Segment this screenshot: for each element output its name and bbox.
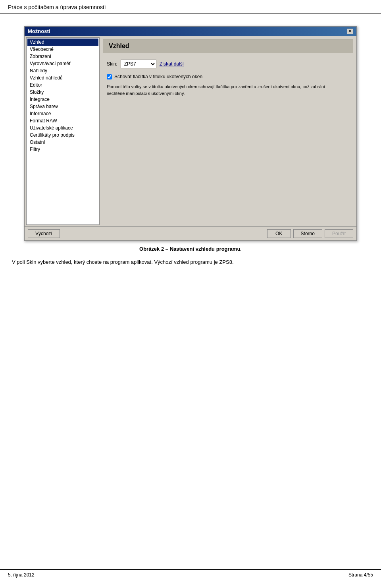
checkbox-row: Schovat tlačítka v titulku ukotvených ok… — [107, 74, 349, 79]
hide-buttons-checkbox[interactable] — [107, 74, 112, 79]
footer-date: 5. října 2012 — [8, 572, 35, 578]
dialog-screenshot: Možnosti × Vzhled Všeobecné Zobrazení Vy… — [24, 26, 357, 241]
page-header-title: Práce s počítačem a úprava písemností — [8, 4, 106, 10]
sidebar-item-vyrovnavaci-pamet[interactable]: Vyrovnávací paměť — [27, 60, 98, 67]
footer-left: Výchozí — [28, 229, 60, 238]
skin-label: Skin: — [107, 61, 117, 67]
footer-page: Strana 4/55 — [348, 572, 373, 578]
content-area: Možnosti × Vzhled Všeobecné Zobrazení Vy… — [0, 14, 381, 279]
body-text: V poli Skin vyberte vzhled, který chcete… — [12, 258, 369, 267]
sidebar-item-filtry[interactable]: Filtry — [27, 146, 98, 153]
skin-select[interactable]: ZPS7 ZPS8 — [121, 60, 156, 68]
cancel-button[interactable]: Storno — [293, 229, 322, 238]
skin-row: Skin: ZPS7 ZPS8 Získat další — [107, 60, 349, 68]
sidebar-item-nahledy[interactable]: Náhledy — [27, 67, 98, 74]
sidebar-item-zobrazeni[interactable]: Zobrazení — [27, 53, 98, 60]
sidebar-item-sprava-barev[interactable]: Správa barev — [27, 103, 98, 110]
dialog-main-panel: Vzhled Skin: ZPS7 ZPS8 Získat další — [101, 37, 355, 225]
page-header: Práce s počítačem a úprava písemností — [0, 0, 381, 14]
figure-caption: Obrázek 2 – Nastavení vzhledu programu. — [12, 246, 369, 252]
sidebar-item-vzhled[interactable]: Vzhled — [27, 39, 98, 46]
dialog-close-button[interactable]: × — [347, 29, 353, 34]
sidebar-item-vzhled-nahledy[interactable]: Vzhled náhledů — [27, 74, 98, 81]
description-text: Pomocí této volby se v titulku ukotvenýc… — [107, 83, 329, 97]
ok-button[interactable]: OK — [267, 229, 291, 238]
dialog-title: Možnosti — [28, 28, 50, 34]
sidebar-item-slozky[interactable]: Složky — [27, 89, 98, 96]
sidebar-item-editor[interactable]: Editor — [27, 81, 98, 89]
dialog-sidebar: Vzhled Všeobecné Zobrazení Vyrovnávací p… — [26, 37, 100, 225]
sidebar-item-ostatni[interactable]: Ostatní — [27, 139, 98, 146]
default-button[interactable]: Výchozí — [28, 229, 60, 238]
sidebar-item-informace[interactable]: Informace — [27, 110, 98, 117]
sidebar-item-certifikaty[interactable]: Certifikáty pro podpis — [27, 132, 98, 139]
sidebar-item-uzivatelske-aplikace[interactable]: Uživatelské aplikace — [27, 124, 98, 132]
page-footer: 5. října 2012 Strana 4/55 — [0, 569, 381, 580]
sidebar-item-vseobecne[interactable]: Všeobecné — [27, 46, 98, 53]
footer-right: OK Storno Použít — [267, 229, 353, 238]
dialog-footer: Výchozí OK Storno Použít — [25, 226, 356, 240]
dialog-body: Vzhled Všeobecné Zobrazení Vyrovnávací p… — [25, 36, 356, 226]
apply-button[interactable]: Použít — [325, 229, 353, 238]
panel-title: Vzhled — [103, 39, 353, 53]
get-more-link[interactable]: Získat další — [160, 61, 184, 67]
sidebar-item-format-raw[interactable]: Formát RAW — [27, 117, 98, 124]
checkbox-label: Schovat tlačítka v titulku ukotvených ok… — [114, 74, 202, 79]
panel-content: Skin: ZPS7 ZPS8 Získat další Schovat tla… — [103, 57, 353, 99]
dialog-titlebar: Možnosti × — [25, 27, 356, 36]
sidebar-item-integrace[interactable]: Integrace — [27, 96, 98, 103]
